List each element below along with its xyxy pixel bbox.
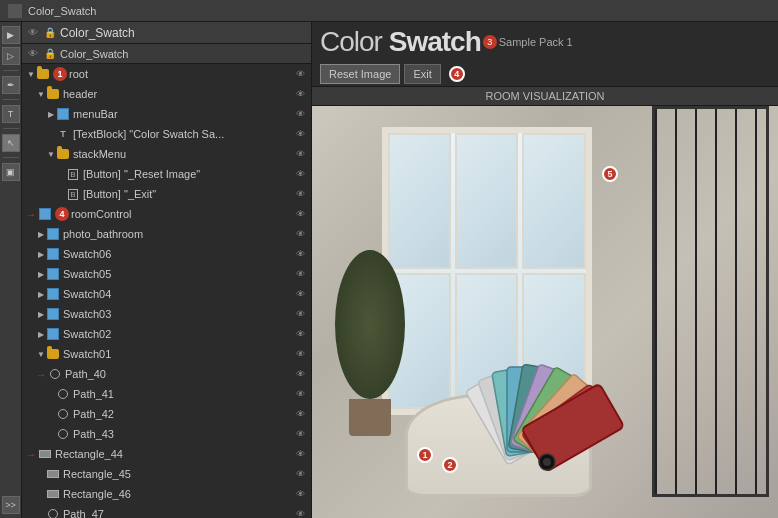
tree-item-swatch01[interactable]: ▼ Swatch01 👁 [22,344,311,364]
tree-item-swatch04[interactable]: ▶ Swatch04 👁 [22,284,311,304]
tree-item-path40[interactable]: → Path_40 👁 [22,364,311,384]
button-icon-exit: B [66,187,80,201]
viz-label: ROOM VISUALIZATION [312,87,778,106]
eye-sw06[interactable]: 👁 [293,247,307,261]
eye-path42[interactable]: 👁 [293,407,307,421]
tree-arrow-photo: ▶ [36,229,46,239]
eye-btn-reset[interactable]: 👁 [293,167,307,181]
lock-icon2: 🔒 [44,48,56,59]
layer-icon-sw05 [46,267,60,281]
tree-arrow-header: ▼ [36,89,46,99]
tree-item-rect44[interactable]: → Rectangle_44 👁 [22,444,311,464]
eye-path47[interactable]: 👁 [293,507,307,518]
layer-icon-sw03 [46,307,60,321]
select-tool-btn[interactable]: ▶ [2,26,20,44]
tree-item-path41[interactable]: ▶ Path_41 👁 [22,384,311,404]
eye-sw03[interactable]: 👁 [293,307,307,321]
eye-stackmenu[interactable]: 👁 [293,147,307,161]
cursor-tool-btn[interactable]: ↖ [2,134,20,152]
folder-icon-root [36,67,50,81]
swatch04-label: Swatch04 [63,288,293,300]
swatch01-label: Swatch01 [63,348,293,360]
folder-icon-stackmenu [56,147,70,161]
eye-menubar[interactable]: 👁 [293,107,307,121]
eye-header[interactable]: 👁 [293,87,307,101]
tree-item-rect46[interactable]: ▶ Rectangle_46 👁 [22,484,311,504]
tree-item-rect45[interactable]: ▶ Rectangle_45 👁 [22,464,311,484]
badge-1: 1 [53,67,67,81]
folder-icon-header [46,87,60,101]
sample-text: Sample Pack 1 [499,36,573,48]
header-label: header [63,88,293,100]
tree-item-root[interactable]: ▼ 1 root 👁 [22,64,311,84]
layer-tree[interactable]: ▼ 1 root 👁 ▼ header 👁 ▶ menuBar 👁 [22,64,311,518]
eye-btn-exit[interactable]: 👁 [293,187,307,201]
badge-5-viz: 5 [602,166,618,182]
path43-label: Path_43 [73,428,293,440]
tree-item-path42[interactable]: ▶ Path_42 👁 [22,404,311,424]
eye-textblock[interactable]: 👁 [293,127,307,141]
rect46-label: Rectangle_46 [63,488,293,500]
reset-image-button[interactable]: Reset Image [320,64,400,84]
tree-item-photo-bathroom[interactable]: ▶ photo_bathroom 👁 [22,224,311,244]
eye-photo[interactable]: 👁 [293,227,307,241]
exit-button[interactable]: Exit [404,64,440,84]
title-bold: Swatch [389,26,481,57]
eye-sw02[interactable]: 👁 [293,327,307,341]
layer-panel-header: 👁 🔒 Color_Swatch [22,22,311,44]
tool-divider-1 [3,70,19,71]
eye-path41[interactable]: 👁 [293,387,307,401]
shape-icon-path40 [48,367,62,381]
tree-item-stackmenu[interactable]: ▼ stackMenu 👁 [22,144,311,164]
eye-roomcontrol[interactable]: 👁 [293,207,307,221]
preview-tool-btn[interactable]: ▣ [2,163,20,181]
btn-reset-label: [Button] "_Reset Image" [83,168,293,180]
rect44-label: Rectangle_44 [55,448,293,460]
eye-sw04[interactable]: 👁 [293,287,307,301]
tree-arrow-rect46: ▶ [36,489,46,499]
badge-4-toolbar: 4 [449,66,465,82]
tree-item-roomcontrol[interactable]: → 4 roomControl 👁 [22,204,311,224]
tree-item-menubar[interactable]: ▶ menuBar 👁 [22,104,311,124]
textblock-label: [TextBlock] "Color Swatch Sa... [73,128,293,140]
tree-item-header[interactable]: ▼ header 👁 [22,84,311,104]
room-visualization: 1 2 5 [312,106,778,518]
roomcontrol-label: roomControl [71,208,293,220]
tree-item-swatch03[interactable]: ▶ Swatch03 👁 [22,304,311,324]
tree-item-btn-reset[interactable]: ▶ B [Button] "_Reset Image" 👁 [22,164,311,184]
tree-item-swatch06[interactable]: ▶ Swatch06 👁 [22,244,311,264]
eye-sw05[interactable]: 👁 [293,267,307,281]
expand-tool-btn[interactable]: >> [2,496,20,514]
direct-select-btn[interactable]: ▷ [2,47,20,65]
tool-panel: ▶ ▷ ✒ T ↖ ▣ >> [0,22,22,518]
path47-label: Path_47 [63,508,293,518]
tree-item-swatch02[interactable]: ▶ Swatch02 👁 [22,324,311,344]
eye-path43[interactable]: 👁 [293,427,307,441]
tree-item-path47[interactable]: ▶ Path_47 👁 [22,504,311,518]
tree-item-btn-exit[interactable]: ▶ B [Button] "_Exit" 👁 [22,184,311,204]
tree-item-swatch05[interactable]: ▶ Swatch05 👁 [22,264,311,284]
btn-exit-label: [Button] "_Exit" [83,188,293,200]
eye-rect46[interactable]: 👁 [293,487,307,501]
pen-tool-btn[interactable]: ✒ [2,76,20,94]
badge-2-viz: 2 [442,457,458,473]
text-tool-btn[interactable]: T [2,105,20,123]
eye-path40[interactable]: 👁 [293,367,307,381]
badge-1-viz: 1 [417,447,433,463]
panel-title: Color_Swatch [60,26,305,40]
tree-arrow-textblock: ▶ [46,129,56,139]
eye-rect45[interactable]: 👁 [293,467,307,481]
tree-item-path43[interactable]: ▶ Path_43 👁 [22,424,311,444]
tree-item-textblock[interactable]: ▶ T [TextBlock] "Color Swatch Sa... 👁 [22,124,311,144]
eye-rect44[interactable]: 👁 [293,447,307,461]
eye-root[interactable]: 👁 [293,67,307,81]
eye-sw01[interactable]: 👁 [293,347,307,361]
layer-icon-photo [46,227,60,241]
tree-arrow-btn-exit: ▶ [56,189,66,199]
path40-label: Path_40 [65,368,293,380]
path42-label: Path_42 [73,408,293,420]
swatch06-label: Swatch06 [63,248,293,260]
menubar-label: menuBar [73,108,293,120]
tree-arrow-sw02: ▶ [36,329,46,339]
button-icon-reset: B [66,167,80,181]
